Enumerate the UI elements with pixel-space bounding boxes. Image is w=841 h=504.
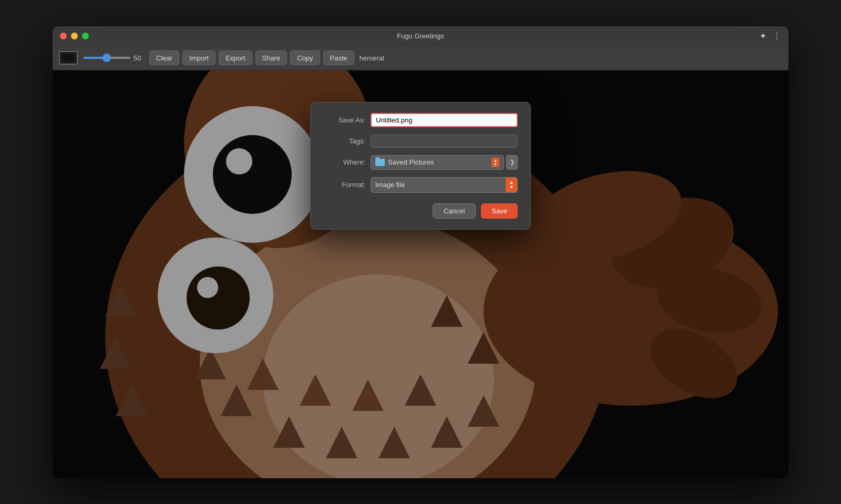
cancel-button[interactable]: Cancel — [433, 203, 476, 219]
format-row: Format: Image file ▲▼ — [323, 177, 518, 193]
stepper-up-icon: ▲ — [494, 159, 497, 162]
titlebar: Fugu Greetings ✦ ⋮ — [53, 26, 788, 46]
copy-button[interactable]: Copy — [290, 50, 320, 65]
format-arrow-icon: ▲▼ — [509, 180, 514, 190]
save-button[interactable]: Save — [481, 203, 518, 219]
brush-size-slider[interactable] — [83, 57, 130, 59]
tags-row: Tags: — [323, 135, 518, 148]
format-stepper[interactable]: ▲▼ — [506, 178, 517, 192]
brush-size-value: 50 — [134, 54, 146, 62]
clear-button[interactable]: Clear — [149, 50, 179, 65]
import-button[interactable]: Import — [182, 50, 216, 65]
pen-color-swatch[interactable] — [59, 51, 78, 65]
ephemeral-label: hemeral — [360, 54, 384, 62]
where-select-inner: Saved Pictures — [375, 158, 486, 166]
paste-button[interactable]: Paste — [323, 50, 354, 65]
save-as-input[interactable] — [371, 113, 518, 127]
format-label: Format: — [323, 181, 365, 189]
folder-icon — [375, 159, 385, 166]
canvas-area[interactable]: Save As: Tags: Where: Saved Pi — [53, 70, 788, 478]
window-title: Fugu Greetings — [397, 32, 444, 40]
where-label: Where: — [323, 158, 365, 166]
minimize-button[interactable] — [71, 33, 78, 39]
where-select[interactable]: Saved Pictures ▲ ▼ — [371, 155, 504, 170]
stepper-down-icon: ▼ — [494, 162, 497, 166]
where-row: Where: Saved Pictures ▲ ▼ — [323, 155, 518, 170]
tags-input[interactable] — [371, 135, 518, 148]
plugin-icon[interactable]: ✦ — [760, 31, 766, 41]
app-window: Fugu Greetings ✦ ⋮ 50 Clear Import Expor… — [53, 26, 788, 478]
where-value: Saved Pictures — [388, 158, 434, 166]
expand-icon: ❯ — [510, 159, 515, 166]
format-value: Image file — [371, 178, 506, 192]
modal-overlay: Save As: Tags: Where: Saved Pi — [53, 70, 788, 478]
titlebar-actions: ✦ ⋮ — [760, 31, 781, 41]
more-icon[interactable]: ⋮ — [773, 31, 781, 41]
dialog-buttons: Cancel Save — [323, 203, 518, 219]
format-wrapper[interactable]: Image file ▲▼ — [371, 177, 518, 193]
traffic-lights — [60, 33, 89, 39]
where-container: Saved Pictures ▲ ▼ ❯ — [371, 155, 518, 170]
tags-label: Tags: — [323, 137, 365, 145]
close-button[interactable] — [60, 33, 67, 39]
save-as-label: Save As: — [323, 116, 365, 124]
svg-rect-0 — [63, 54, 74, 61]
toolbar: 50 Clear Import Export Share Copy Paste … — [53, 46, 788, 70]
expand-button[interactable]: ❯ — [506, 155, 518, 170]
save-as-row: Save As: — [323, 113, 518, 127]
share-button[interactable]: Share — [255, 50, 288, 65]
export-button[interactable]: Export — [219, 50, 252, 65]
brush-size-control: 50 — [83, 54, 146, 62]
save-dialog: Save As: Tags: Where: Saved Pi — [310, 102, 531, 230]
maximize-button[interactable] — [82, 33, 89, 39]
